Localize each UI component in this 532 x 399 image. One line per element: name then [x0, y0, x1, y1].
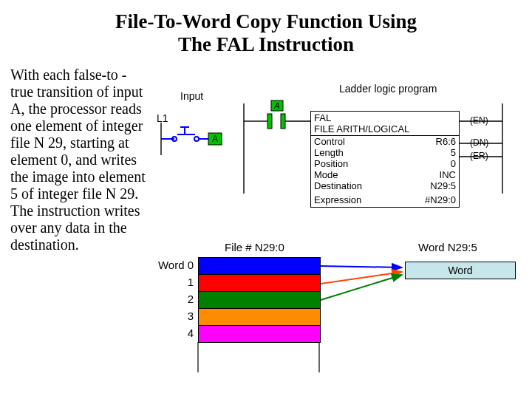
fal-block: FAL FILE ARITH/LOGICAL ControlR6:6 Lengt…	[310, 111, 460, 208]
fal-row-control: ControlR6:6	[311, 136, 459, 147]
dest-word: Word	[405, 262, 516, 279]
fal-row-position: Position0	[311, 158, 459, 169]
file-row-0	[199, 258, 320, 275]
word-label-1: 1	[154, 276, 194, 288]
fal-row-mode: ModeINC	[311, 169, 459, 180]
fal-desc: FILE ARITH/LOGICAL	[314, 123, 409, 134]
file-row-3	[199, 309, 320, 326]
description-text: With each false-to -true transition of i…	[10, 66, 149, 253]
title-line-2: The FAL Instruction	[178, 33, 354, 55]
word-label-3: 3	[154, 310, 194, 322]
word-label-4: 4	[154, 327, 194, 339]
svg-rect-13	[281, 114, 285, 129]
fal-name: FAL	[314, 112, 331, 123]
title-line-1: File-To-Word Copy Function Using	[115, 10, 417, 33]
fal-row-length: Length5	[311, 147, 459, 158]
svg-rect-12	[267, 114, 272, 129]
output-dn: (DN)	[470, 137, 488, 148]
diagram-area: L1 Input Ladder logic program A A	[151, 77, 528, 395]
input-a-tag: A	[212, 134, 218, 144]
contact-a-tag: A	[273, 101, 279, 110]
word-label-2: 2	[154, 293, 194, 305]
arrow-red	[321, 272, 402, 284]
arrow-green	[321, 275, 402, 300]
file-stack	[198, 257, 321, 343]
fal-row-dest: DestinationN29:5	[311, 180, 459, 191]
arrow-blue	[321, 266, 402, 267]
file-row-1	[199, 275, 320, 292]
page-title: File-To-Word Copy Function Using The FAL…	[0, 0, 532, 56]
file-row-4	[199, 326, 320, 342]
dest-title: Word N29:5	[418, 241, 477, 253]
svg-point-3	[194, 137, 199, 141]
word-label-0: Word 0	[154, 259, 194, 271]
output-en: (EN)	[470, 115, 488, 126]
file-row-2	[199, 292, 320, 309]
file-title: File # N29:0	[225, 241, 284, 253]
fal-row-expr: Expression#N29:0	[311, 191, 459, 207]
output-er: (ER)	[470, 151, 488, 161]
